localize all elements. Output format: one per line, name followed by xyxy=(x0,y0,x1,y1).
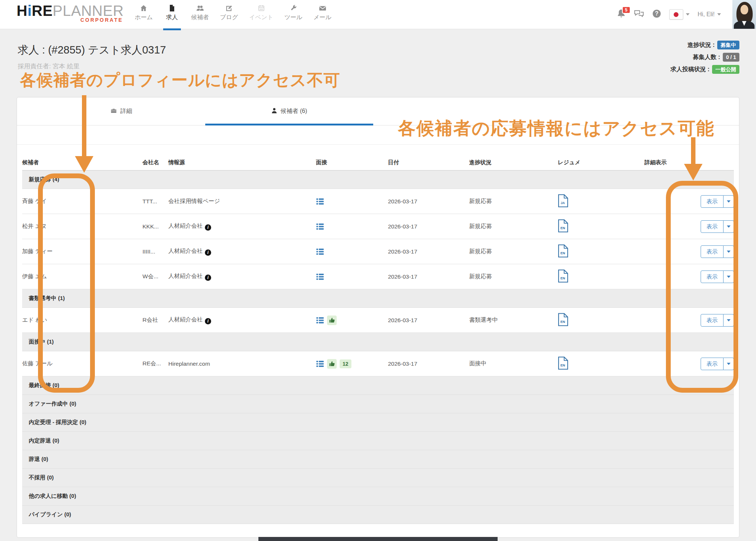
progress-status: 新規応募 xyxy=(469,189,558,214)
status-line-progress: 進捗状況 : 募集中 xyxy=(670,41,739,49)
nav-item-blog[interactable]: ブログ xyxy=(220,4,238,29)
stage-group-row: 新規応募 (4) xyxy=(22,170,734,189)
user-avatar[interactable] xyxy=(732,0,756,29)
detail-cell: 表示 xyxy=(645,308,734,333)
interview-cell xyxy=(316,214,388,239)
resume-document-icon[interactable]: EN xyxy=(558,356,568,370)
resume-document-icon[interactable]: EN xyxy=(558,244,568,258)
stage-group-row: 内定辞退 (0) xyxy=(22,432,734,450)
avatar-body xyxy=(734,21,755,29)
show-detail-dropdown-toggle[interactable] xyxy=(724,270,734,283)
show-detail-split-button: 表示 xyxy=(701,314,734,327)
candidate-name: エド わい xyxy=(22,308,142,333)
user-menu[interactable]: Hi, Eli! xyxy=(698,11,721,18)
info-icon[interactable]: i xyxy=(205,275,211,281)
show-detail-dropdown-toggle[interactable] xyxy=(724,220,734,233)
resume-document-icon[interactable]: EN xyxy=(558,313,568,326)
page-footer-strip xyxy=(258,537,498,541)
interview-cell xyxy=(316,189,388,214)
show-detail-button[interactable]: 表示 xyxy=(701,220,724,233)
tab-details[interactable]: 詳細 xyxy=(37,97,205,125)
show-detail-dropdown-toggle[interactable] xyxy=(724,245,734,258)
show-detail-dropdown-toggle[interactable] xyxy=(724,195,734,208)
candidate-name: 斉藤 ケイ xyxy=(22,189,142,214)
svg-text:?: ? xyxy=(655,10,659,17)
annotation-profile-no-access: 各候補者のプロフィールにはアクセス不可 xyxy=(20,69,340,91)
svg-text:JA: JA xyxy=(561,201,565,205)
show-detail-button[interactable]: 表示 xyxy=(701,270,724,283)
source-cell: 会社採用情報ページ xyxy=(168,189,316,214)
stage-group-row: 不採用 (0) xyxy=(22,469,734,487)
nav-item-mail[interactable]: メール xyxy=(313,4,331,29)
language-selector[interactable] xyxy=(669,9,690,20)
stage-group-label: 面接中 (1) xyxy=(22,333,734,351)
pencil-square-icon xyxy=(225,4,233,12)
progress-status: 面接中 xyxy=(469,351,558,376)
show-detail-button[interactable]: 表示 xyxy=(701,314,724,327)
question-circle-icon: ? xyxy=(652,9,661,20)
notifications-button[interactable]: 5 xyxy=(617,9,626,20)
caret-down-icon xyxy=(727,319,731,321)
page-title: 求人 : (#2855) テスト求人0317 xyxy=(18,43,166,58)
resume-document-icon[interactable]: JA xyxy=(558,194,568,207)
show-detail-dropdown-toggle[interactable] xyxy=(724,358,734,370)
resume-cell: EN xyxy=(558,214,645,239)
svg-text:EN: EN xyxy=(560,226,565,230)
stage-group-label: 内定辞退 (0) xyxy=(22,432,734,450)
application-date: 2026-03-17 xyxy=(388,308,469,333)
messages-button[interactable] xyxy=(634,9,644,20)
column-header-source: 情報源 xyxy=(168,155,316,170)
like-count-badge: 12 xyxy=(340,359,351,368)
show-detail-button[interactable]: 表示 xyxy=(701,245,724,258)
interview-list-icon[interactable] xyxy=(316,316,324,324)
greeting-text: Hi, Eli! xyxy=(698,11,715,18)
nav-item-tools[interactable]: ツール xyxy=(284,4,302,29)
candidates-table: 候補者 会社名 情報源 面接 日付 進捗状況 レジュメ 詳細表示 新規応募 (4… xyxy=(22,155,734,524)
resume-cell: EN xyxy=(558,308,645,333)
nav-item-jobs[interactable]: 求人 xyxy=(164,4,180,29)
mail-icon xyxy=(319,4,327,12)
interview-list-icon[interactable] xyxy=(316,360,324,368)
column-header-date: 日付 xyxy=(388,155,469,170)
tab-candidates[interactable]: 候補者 (6) xyxy=(205,97,373,125)
hiring-manager-label: 採用責任者: 宮本 絵里 xyxy=(18,62,79,70)
show-detail-button[interactable]: 表示 xyxy=(701,358,724,370)
application-date: 2026-03-17 xyxy=(388,351,469,376)
resume-document-icon[interactable]: EN xyxy=(558,219,568,232)
interview-list-icon[interactable] xyxy=(316,197,324,206)
job-file-icon xyxy=(168,4,176,12)
resume-cell: EN xyxy=(558,351,645,376)
help-button[interactable]: ? xyxy=(652,9,661,20)
logo-wordmark: HiREPLANNER xyxy=(17,3,124,18)
stage-group-label: 内定受理 - 採用決定 (0) xyxy=(22,413,734,432)
column-header-candidate: 候補者 xyxy=(22,155,142,170)
resume-document-icon[interactable]: EN xyxy=(558,269,568,283)
nav-item-candidates[interactable]: 候補者 xyxy=(191,4,209,29)
status-line-posting: 求人投稿状況 : 一般公開 xyxy=(670,65,739,74)
caret-down-icon xyxy=(686,13,690,15)
company-name: RE会... xyxy=(142,351,168,376)
candidate-name: 松井 エヌ xyxy=(22,214,142,239)
candidate-name: 加藤 ティー xyxy=(22,239,142,264)
interview-cell xyxy=(316,264,388,289)
app-logo[interactable]: HiREPLANNER CORPORATE xyxy=(17,3,124,23)
japan-flag-icon xyxy=(669,9,683,20)
info-icon[interactable]: i xyxy=(205,249,211,256)
column-header-company: 会社名 xyxy=(142,155,168,170)
candidate-row: 加藤 ティーIIIII...人材紹介会社i2026-03-17新規応募EN表示 xyxy=(22,239,734,264)
divider xyxy=(17,144,739,145)
status-badge: 一般公開 xyxy=(712,65,739,74)
svg-text:EN: EN xyxy=(560,320,565,324)
info-icon[interactable]: i xyxy=(205,318,211,324)
resume-cell: EN xyxy=(558,239,645,264)
nav-item-events[interactable]: イベント xyxy=(249,4,274,29)
show-detail-dropdown-toggle[interactable] xyxy=(724,314,734,327)
show-detail-button[interactable]: 表示 xyxy=(701,195,724,208)
interview-list-icon[interactable] xyxy=(316,248,324,256)
detail-cell: 表示 xyxy=(645,264,734,289)
source-cell: 人材紹介会社i xyxy=(168,308,316,333)
interview-list-icon[interactable] xyxy=(316,223,324,231)
interview-list-icon[interactable] xyxy=(316,273,324,281)
info-icon[interactable]: i xyxy=(205,224,211,231)
nav-item-home[interactable]: ホーム xyxy=(135,4,153,29)
